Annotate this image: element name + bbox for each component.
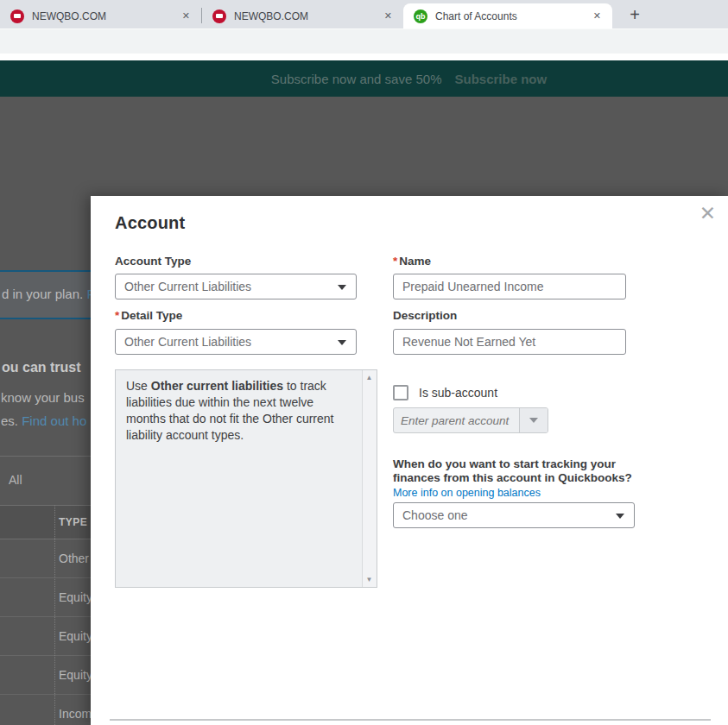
qb-glyph: qb: [416, 12, 426, 21]
dim-accounts-table: TYPE Other Equity Equity Equity Income: [0, 505, 104, 725]
required-marker: *: [393, 255, 397, 268]
detail-type-value: Other Current Liabilities: [124, 335, 251, 349]
table-row[interactable]: Equity: [0, 578, 104, 617]
new-tab-button[interactable]: +: [623, 3, 647, 27]
required-marker: *: [115, 309, 119, 322]
parent-account-dropdown-icon[interactable]: [519, 408, 548, 432]
modal-footer-divider: [110, 719, 711, 721]
screen: NEWQBO.COM ✕ NEWQBO.COM ✕ qb Chart of Ac…: [0, 0, 728, 725]
account-type-value: Other Current Liabilities: [124, 280, 251, 293]
subscribe-now-link[interactable]: Subscribe now: [454, 72, 547, 86]
subscribe-banner: Subscribe now and save 50% Subscribe now: [0, 60, 728, 97]
name-label-text: Name: [399, 255, 431, 268]
table-column-divider: [54, 505, 55, 725]
type-column-header: TYPE: [59, 516, 87, 528]
sub-account-row: Is sub-account: [393, 385, 497, 400]
account-type-select[interactable]: Other Current Liabilities: [115, 274, 357, 299]
tab-close-icon[interactable]: ✕: [589, 9, 605, 23]
type-cell: Equity: [59, 629, 92, 643]
parent-account-combo: [393, 407, 548, 433]
detail-type-label: *Detail Type: [115, 309, 182, 322]
find-out-how-link[interactable]: Find out ho: [22, 413, 86, 428]
dim-trust-line2: es. Find out ho: [1, 413, 86, 428]
dim-trust-heading: ou can trust: [2, 360, 81, 375]
plan-text-fragment: d in your plan.: [2, 287, 86, 301]
account-type-label-text: Account Type: [115, 255, 191, 268]
account-type-label: Account Type: [115, 255, 191, 268]
close-icon[interactable]: ✕: [700, 198, 716, 229]
table-header-row: TYPE: [0, 505, 104, 539]
is-sub-account-label: Is sub-account: [419, 386, 497, 400]
parent-account-input[interactable]: [394, 408, 519, 432]
opening-balances-link[interactable]: More info on opening balances: [393, 487, 541, 499]
quickbooks-favicon-icon: qb: [414, 9, 427, 23]
detail-type-label-text: Detail Type: [121, 309, 182, 322]
description-label-text: Description: [393, 309, 457, 322]
newqbo-favicon-icon: [212, 9, 226, 23]
is-sub-account-checkbox[interactable]: [393, 385, 408, 400]
chevron-down-icon: [338, 340, 346, 345]
name-input[interactable]: [393, 274, 626, 299]
dim-plan-text: d in your plan. F: [2, 287, 95, 301]
table-row[interactable]: Equity: [0, 617, 104, 656]
newqbo-favicon-icon: [10, 9, 24, 23]
browser-tab-bar: NEWQBO.COM ✕ NEWQBO.COM ✕ qb Chart of Ac…: [0, 0, 728, 28]
scrollbar[interactable]: ▲ ▼: [362, 370, 377, 587]
trust-line2-text: es.: [1, 413, 22, 428]
banner-message: Subscribe now and save 50%: [271, 72, 442, 86]
tracking-question: When do you want to start tracking your …: [393, 457, 645, 485]
browser-tab-chart-of-accounts[interactable]: qb Chart of Accounts ✕: [403, 3, 612, 28]
tab-close-icon[interactable]: ✕: [178, 9, 194, 23]
description-label: Description: [393, 309, 457, 322]
tracking-date-select[interactable]: Choose one: [393, 502, 635, 528]
description-input[interactable]: [393, 329, 626, 355]
tab-title: Chart of Accounts: [435, 10, 589, 22]
name-label: *Name: [393, 255, 431, 268]
detail-type-select[interactable]: Other Current Liabilities: [115, 329, 357, 355]
browser-tab-newqbo-1[interactable]: NEWQBO.COM ✕: [0, 3, 201, 28]
tab-close-icon[interactable]: ✕: [380, 9, 396, 23]
account-modal: Account ✕ Account Type *Name Other Curre…: [91, 196, 728, 725]
type-cell: Equity: [59, 668, 92, 682]
tab-title: NEWQBO.COM: [234, 10, 380, 22]
type-cell: Equity: [59, 590, 92, 604]
dim-filter-all[interactable]: All: [9, 473, 22, 487]
chevron-down-icon: [338, 285, 346, 290]
chevron-down-icon: [616, 514, 624, 519]
info-text-bold: Other current liabilities: [151, 379, 283, 393]
dim-divider: [0, 456, 104, 457]
detail-type-info-text: Use Other current liabilities to track l…: [126, 378, 354, 444]
table-row[interactable]: Income: [0, 695, 104, 725]
type-cell: Other: [59, 552, 89, 565]
browser-tab-newqbo-2[interactable]: NEWQBO.COM ✕: [202, 3, 403, 28]
table-row[interactable]: Other: [0, 539, 104, 578]
dim-trust-line: know your bus: [1, 390, 85, 405]
scroll-down-icon[interactable]: ▼: [363, 576, 376, 583]
toolbar-gap: [0, 54, 728, 60]
modal-title: Account: [115, 213, 185, 233]
detail-type-info-box: Use Other current liabilities to track l…: [115, 369, 377, 588]
scroll-up-icon[interactable]: ▲: [363, 374, 376, 381]
info-text-prefix: Use: [126, 379, 151, 393]
tracking-select-value: Choose one: [402, 508, 468, 522]
dim-blue-rule-bottom: [0, 318, 104, 319]
tab-title: NEWQBO.COM: [32, 10, 178, 22]
browser-toolbar: [0, 28, 728, 54]
table-row[interactable]: Equity: [0, 656, 104, 695]
